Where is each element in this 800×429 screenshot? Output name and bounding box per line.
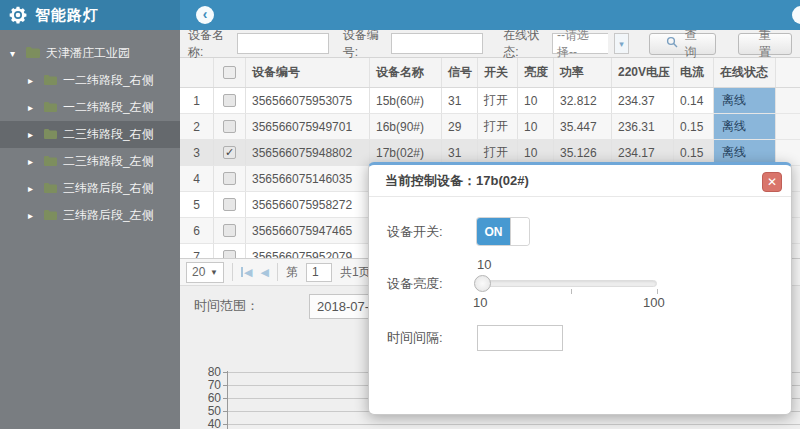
- caret-right-icon[interactable]: ▸: [28, 75, 38, 86]
- header-switch[interactable]: 开关: [478, 58, 518, 87]
- slider-handle[interactable]: [474, 275, 491, 292]
- brightness-slider[interactable]: 10 10 100: [477, 277, 657, 291]
- cell-switch: 打开: [478, 88, 518, 113]
- caret-right-icon[interactable]: ▸: [28, 210, 38, 221]
- interval-label: 时间间隔:: [387, 329, 477, 347]
- cell-brightness: 10: [518, 88, 554, 113]
- table-header-row: 设备编号 设备名称 信号 开关 亮度 功率 220V电压 电流 在线状态: [180, 58, 800, 88]
- slider-track[interactable]: [477, 280, 657, 287]
- folder-icon: [44, 209, 57, 223]
- sidebar-item-2[interactable]: ▸一二纬路段_左侧: [0, 94, 180, 121]
- sidebar-item-1[interactable]: ▸一二纬路段_右侧: [0, 67, 180, 94]
- header-filler: [776, 58, 800, 87]
- status-badge: 离线: [714, 114, 775, 139]
- interval-input[interactable]: [477, 325, 563, 351]
- row-checkbox[interactable]: [223, 94, 236, 107]
- sidebar-tree: ▾ 天津潘庄工业园 ▸一二纬路段_右侧▸一二纬路段_左侧▸二三纬路段_右侧▸二三…: [0, 30, 180, 429]
- device-number-input[interactable]: [391, 33, 483, 54]
- cell-index: 4: [180, 166, 214, 191]
- header-power[interactable]: 功率: [554, 58, 612, 87]
- cell-power: 35.447: [554, 114, 612, 139]
- header-device-id[interactable]: 设备编号: [246, 58, 370, 87]
- sidebar-item-label[interactable]: 二三纬路段_左侧: [63, 153, 154, 170]
- cell-index: 2: [180, 114, 214, 139]
- cell-switch: 打开: [478, 114, 518, 139]
- header-status[interactable]: 在线状态: [714, 58, 776, 87]
- row-checkbox[interactable]: [223, 250, 236, 258]
- row-checkbox[interactable]: [223, 172, 236, 185]
- slider-tick: [571, 289, 572, 294]
- cell-id: 356566075953075: [246, 88, 370, 113]
- row-checkbox[interactable]: [223, 120, 236, 133]
- caret-right-icon[interactable]: ▸: [28, 156, 38, 167]
- header-device-name[interactable]: 设备名称: [370, 58, 442, 87]
- interval-row: 时间间隔:: [387, 325, 563, 351]
- cell-id: 356566075958272: [246, 192, 370, 217]
- table-row[interactable]: 135656607595307515b(60#)31打开1032.812234.…: [180, 88, 800, 114]
- sidebar-item-label[interactable]: 三纬路后段_右侧: [63, 180, 154, 197]
- device-switch-toggle[interactable]: ON: [477, 218, 529, 245]
- sidebar-item-label[interactable]: 三纬路后段_左侧: [63, 207, 154, 224]
- search-button[interactable]: 查询: [649, 33, 716, 55]
- sidebar-item-label[interactable]: 二三纬路段_右侧: [63, 126, 154, 143]
- close-icon[interactable]: ✕: [762, 172, 782, 192]
- sidebar-item-6[interactable]: ▸三纬路后段_左侧: [0, 202, 180, 229]
- caret-right-icon[interactable]: ▸: [28, 183, 38, 194]
- y-axis-tick-label: 80: [195, 365, 221, 379]
- header-current[interactable]: 电流: [674, 58, 714, 87]
- page-size-select[interactable]: 20 ▼: [186, 262, 224, 283]
- folder-icon: [44, 128, 57, 142]
- switch-row: 设备开关: ON: [387, 218, 529, 245]
- cell-index: 6: [180, 218, 214, 243]
- chart-y-axis: [227, 371, 228, 429]
- cell-cb: [214, 166, 246, 191]
- gear-icon: [8, 5, 28, 25]
- y-axis-tick-label: 70: [195, 378, 221, 392]
- row-checkbox[interactable]: [223, 198, 236, 211]
- cell-id: 356566075947465: [246, 218, 370, 243]
- cell-index: 5: [180, 192, 214, 217]
- sidebar-item-label[interactable]: 一二纬路段_右侧: [63, 72, 154, 89]
- header-index: [180, 58, 214, 87]
- tree-root-label[interactable]: 天津潘庄工业园: [46, 45, 130, 62]
- y-axis-tick-label: 60: [195, 391, 221, 405]
- cell-cb: [214, 114, 246, 139]
- tree-root-item[interactable]: ▾ 天津潘庄工业园: [0, 40, 180, 67]
- row-checkbox[interactable]: [223, 224, 236, 237]
- folder-open-icon: [26, 47, 40, 61]
- cell-name: 15b(60#): [370, 88, 442, 113]
- back-button[interactable]: ‹: [196, 6, 214, 24]
- brightness-row: 设备亮度: 10 10 100: [387, 275, 657, 293]
- search-button-label: 查询: [682, 27, 699, 61]
- page-number-input[interactable]: [306, 263, 332, 282]
- sidebar-item-label[interactable]: 一二纬路段_左侧: [63, 99, 154, 116]
- reset-button-label: 重置: [755, 27, 775, 61]
- sidebar-item-4[interactable]: ▸二三纬路段_左侧: [0, 148, 180, 175]
- header-voltage[interactable]: 220V电压: [612, 58, 674, 87]
- first-page-icon[interactable]: ◀: [241, 267, 252, 277]
- sidebar-item-3[interactable]: ▸二三纬路段_右侧: [0, 121, 180, 148]
- select-all-checkbox[interactable]: [223, 66, 236, 79]
- row-checkbox[interactable]: ✓: [223, 146, 236, 159]
- top-navbar: ‹: [180, 0, 800, 30]
- toggle-on-label: ON: [477, 218, 510, 245]
- caret-right-icon[interactable]: ▸: [28, 129, 38, 140]
- toggle-knob[interactable]: [510, 218, 529, 245]
- slider-min-label: 10: [473, 295, 487, 310]
- header-brightness[interactable]: 亮度: [518, 58, 554, 87]
- modal-title: 当前控制设备：17b(02#): [369, 165, 791, 197]
- prev-page-icon[interactable]: ◀: [260, 266, 268, 279]
- page-size-value: 20: [192, 265, 205, 279]
- cell-index: 3: [180, 140, 214, 165]
- reset-button[interactable]: 重置: [738, 33, 792, 55]
- caret-down-icon[interactable]: ▾: [10, 48, 20, 59]
- forward-button[interactable]: [792, 6, 800, 24]
- header-signal[interactable]: 信号: [442, 58, 478, 87]
- caret-right-icon[interactable]: ▸: [28, 102, 38, 113]
- online-status-select[interactable]: --请选择--: [552, 33, 608, 54]
- time-range-label: 时间范围：: [194, 297, 259, 315]
- sidebar-item-5[interactable]: ▸三纬路后段_右侧: [0, 175, 180, 202]
- chevron-down-icon[interactable]: ▾: [614, 33, 628, 54]
- table-row[interactable]: 235656607594970116b(90#)29打开1035.447236.…: [180, 114, 800, 140]
- device-name-input[interactable]: [237, 33, 329, 54]
